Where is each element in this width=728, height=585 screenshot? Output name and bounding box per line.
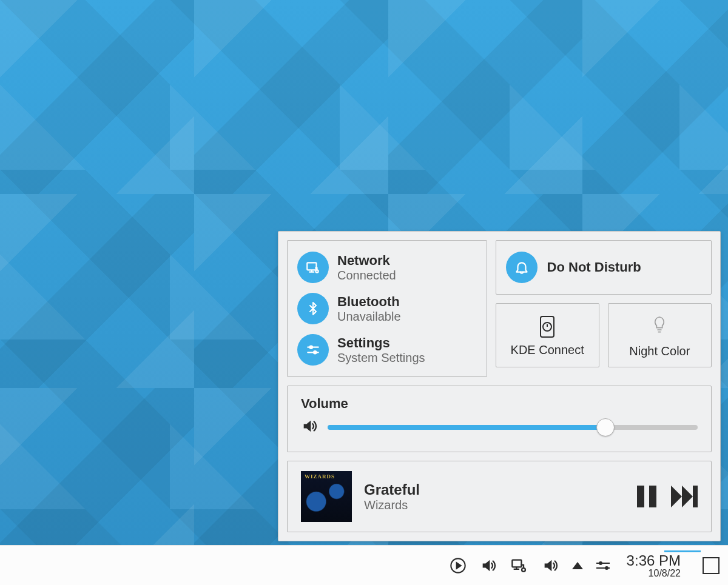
network-button[interactable]: Network Connected [295,247,479,288]
kde-connect-label: KDE Connect [511,343,584,357]
pause-button[interactable] [637,486,656,507]
svg-marker-10 [456,563,460,568]
track-title: Grateful [364,481,625,498]
slider-fill [328,425,605,430]
audio-device-tray-icon[interactable] [542,557,559,574]
track-artist: Wizards [364,498,625,512]
night-color-button[interactable]: Night Color [608,303,712,367]
taskbar-clock[interactable]: 3:36 PM 10/8/22 [627,552,681,579]
taskbar: 3:36 PM 10/8/22 [0,545,728,585]
settings-title: Settings [337,335,425,351]
quick-settings-row: Network Connected Bluetooth Unavailable [287,240,712,377]
network-title: Network [337,253,396,269]
clock-date: 10/8/22 [627,568,681,579]
svg-point-1 [315,270,318,272]
phone-icon [540,316,554,338]
svg-marker-13 [572,562,583,569]
slider-thumb[interactable] [596,418,615,436]
svg-rect-8 [693,486,698,507]
settings-status: System Settings [337,351,425,365]
volume-slider[interactable] [328,418,698,436]
network-icon [297,252,329,283]
bell-icon [506,252,538,283]
network-status: Connected [337,269,396,282]
svg-rect-0 [307,262,316,270]
show-desktop-button[interactable] [703,557,720,574]
bluetooth-status: Unavailable [337,310,401,324]
volume-tray-icon[interactable] [480,557,497,574]
system-tray: 3:36 PM 10/8/22 [450,552,720,579]
media-tray-icon[interactable] [450,557,467,574]
svg-point-12 [522,568,525,572]
network-tray-icon[interactable] [510,557,528,574]
svg-point-3 [310,346,312,349]
volume-label: Volume [301,396,698,412]
active-indicator [664,550,701,552]
settings-icon [297,334,329,366]
media-player-card: Grateful Wizards [287,461,712,532]
volume-card: Volume [287,386,712,452]
right-column: Do Not Disturb KDE Connect Night Color [496,240,712,377]
kde-connect-button[interactable]: KDE Connect [496,303,599,367]
connectivity-tile: Network Connected Bluetooth Unavailable [287,240,487,377]
svg-marker-6 [671,486,682,507]
speaker-icon[interactable] [301,418,318,437]
night-color-label: Night Color [629,344,690,358]
album-art [301,471,352,522]
tray-expand-icon[interactable] [572,562,583,569]
mini-tile-grid: KDE Connect Night Color [496,303,712,367]
do-not-disturb-button[interactable]: Do Not Disturb [496,240,712,295]
quick-settings-panel: Network Connected Bluetooth Unavailable [278,231,721,541]
quick-settings-tray-icon[interactable] [596,563,610,569]
svg-marker-7 [682,486,693,507]
clock-time: 3:36 PM [627,552,681,569]
next-track-button[interactable] [671,486,698,507]
bluetooth-title: Bluetooth [337,294,401,310]
settings-button[interactable]: Settings System Settings [295,329,479,370]
svg-rect-11 [512,560,521,567]
dnd-title: Do Not Disturb [547,259,641,275]
bluetooth-button[interactable]: Bluetooth Unavailable [295,288,479,329]
bluetooth-icon [297,293,329,324]
bulb-icon [651,315,668,339]
svg-point-5 [314,351,316,353]
